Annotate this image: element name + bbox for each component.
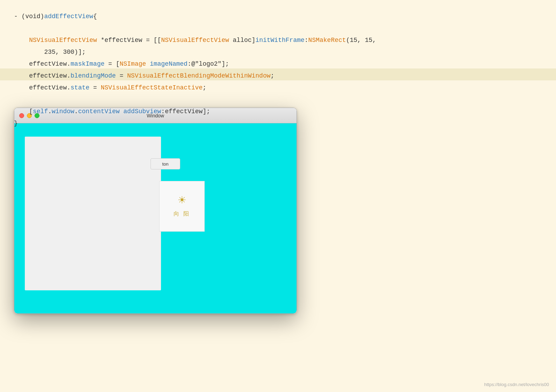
code-line-highlighted: effectView.blendingMode = NSVisualEffect… — [14, 70, 542, 82]
code-text: contentView — [78, 106, 120, 117]
code-text: ; — [203, 82, 206, 94]
code-text: :effectView]; — [161, 106, 210, 117]
code-text: *effectView = [[ — [97, 34, 161, 46]
code-text: state — [71, 82, 89, 94]
code-text: = — [89, 82, 101, 94]
code-text: . — [48, 106, 52, 117]
code-block: - (void)addEffectView{ NSVisualEffectVie… — [14, 10, 542, 129]
code-line: [self.window.contentView addSubview:effe… — [14, 106, 542, 117]
code-text: ; — [271, 70, 275, 82]
code-line: 235, 300)]; — [14, 46, 542, 58]
code-text: NSVisualEffectView — [161, 34, 229, 46]
code-text: 235, 300)]; — [14, 46, 86, 58]
code-text: imageNamed — [150, 58, 188, 70]
sun-icon: ☀ — [178, 195, 186, 208]
code-text: window — [52, 106, 74, 117]
code-text: . — [74, 106, 78, 117]
code-line: effectView.maskImage = [NSImage imageNam… — [14, 58, 542, 70]
visual-effect-panel — [25, 137, 161, 290]
code-text: maskImage — [71, 58, 104, 70]
code-line: } — [14, 117, 542, 129]
window-content: ton ☀ 向 阳 — [14, 123, 297, 313]
code-text: effectView. — [14, 70, 71, 82]
code-line: NSVisualEffectView *effectView = [[NSVis… — [14, 34, 542, 46]
code-text: addEffectView — [44, 10, 93, 22]
code-line: - (void)addEffectView{ — [14, 10, 542, 22]
code-text: NSVisualEffectBlendingModeWithinWindow — [127, 70, 270, 82]
code-text: (15, 15, — [346, 34, 376, 46]
code-text: self — [33, 106, 48, 117]
code-text: NSVisualEffectStateInactive — [101, 82, 203, 94]
code-text: effectView. — [14, 58, 71, 70]
code-text: initWithFrame — [255, 34, 304, 46]
code-text: blendingMode — [71, 70, 116, 82]
code-text: effectView. — [14, 82, 71, 94]
code-text: [ — [14, 106, 33, 117]
mac-window: Window ton ☀ 向 阳 — [14, 108, 297, 314]
code-text: :@"logo2"]; — [188, 58, 229, 70]
code-text: NSImage — [119, 58, 146, 70]
code-line: effectView.state = NSVisualEffectStateIn… — [14, 82, 542, 94]
code-text — [120, 106, 124, 117]
code-text: : — [305, 34, 308, 46]
logo-chinese-text: 向 阳 — [174, 210, 190, 218]
code-line — [14, 22, 542, 34]
code-text: NSMakeRect — [308, 34, 346, 46]
code-text: NSVisualEffectView — [29, 34, 97, 46]
code-text: } — [14, 117, 18, 129]
code-text: addSubview — [123, 106, 161, 117]
button-label: ton — [162, 161, 168, 167]
code-line — [14, 94, 542, 106]
code-text: = — [116, 70, 127, 82]
code-text: - (void) — [14, 10, 44, 22]
watermark: https://blog.csdn.net/lovechris00 — [484, 382, 549, 387]
logo-card: ☀ 向 阳 — [159, 181, 205, 232]
code-text — [14, 34, 29, 46]
code-text: { — [93, 10, 97, 22]
code-text: alloc] — [229, 34, 256, 46]
button-element[interactable]: ton — [151, 158, 180, 169]
code-text: = [ — [104, 58, 119, 70]
code-text — [146, 58, 150, 70]
